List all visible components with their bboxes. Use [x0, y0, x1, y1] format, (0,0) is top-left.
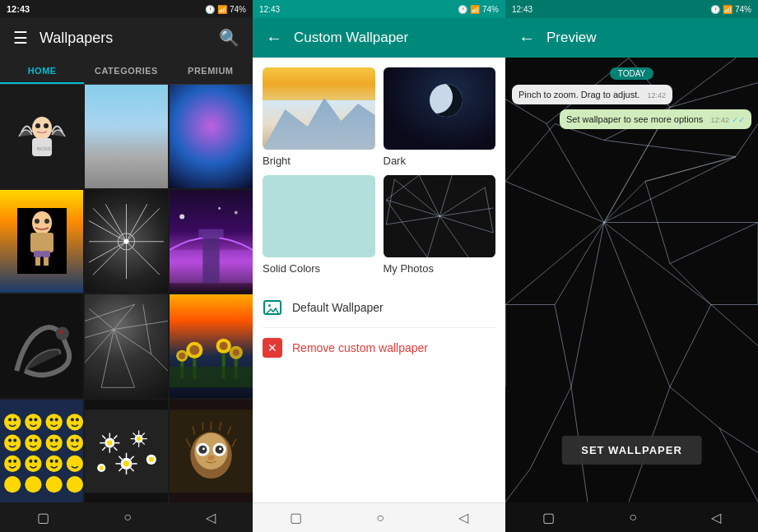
back-button-2[interactable]: ←	[263, 25, 286, 51]
nav-square-2[interactable]: ▢	[290, 510, 302, 525]
svg-point-76	[46, 476, 63, 493]
wallpaper-item-3[interactable]	[170, 85, 253, 188]
svg-point-35	[59, 331, 63, 334]
svg-point-112	[137, 437, 141, 441]
svg-point-89	[34, 438, 37, 442]
battery-icon-2: 74%	[482, 5, 499, 14]
svg-rect-13	[42, 251, 50, 257]
wallpaper-item-6[interactable]	[170, 190, 253, 294]
svg-point-98	[50, 459, 53, 462]
svg-rect-29	[202, 233, 219, 283]
bubble1-text: Pinch to zoom. Drag to adjust.	[519, 90, 639, 99]
svg-point-4	[44, 123, 49, 128]
dark-thumbnail	[384, 67, 496, 150]
tab-categories[interactable]: CATEGORIES	[84, 58, 168, 84]
wallpaper-item-7[interactable]	[0, 294, 83, 398]
search-button[interactable]: 🔍	[216, 25, 243, 51]
tab-premium[interactable]: PREMIUM	[169, 58, 253, 84]
svg-line-38	[114, 321, 168, 329]
my-photos-option[interactable]: My Photos	[384, 175, 496, 275]
svg-point-81	[34, 418, 37, 421]
svg-point-63	[25, 414, 41, 430]
status-icons-1: 🕐 📶 74%	[205, 5, 246, 14]
wallpaper-item-4[interactable]	[0, 190, 83, 294]
remove-wallpaper-item[interactable]: ✕ Remove custom wallpaper	[263, 328, 495, 368]
svg-point-9	[44, 219, 49, 224]
svg-point-55	[179, 353, 185, 359]
tabs: HOME CATEGORIES PREMIUM	[0, 58, 253, 85]
svg-text:BOSS: BOSS	[37, 146, 51, 151]
bright-thumbnail	[263, 67, 375, 150]
svg-point-72	[46, 455, 63, 471]
svg-point-3	[35, 123, 40, 128]
custom-wallpaper-content: Bright Dark Solid Colors	[253, 58, 505, 502]
status-bar-1: 12:43 🕐 📶 74%	[0, 0, 253, 18]
back-button-3[interactable]: ←	[515, 25, 538, 51]
custom-wallpaper-toolbar: ← Custom Wallpaper	[253, 18, 505, 58]
chat-tick: ✓✓	[732, 115, 745, 124]
solid-colors-option[interactable]: Solid Colors	[263, 175, 375, 275]
wallpaper-item-11[interactable]	[85, 400, 168, 503]
wifi-icon: 📶	[217, 5, 227, 14]
svg-point-93	[76, 438, 79, 442]
svg-rect-7	[30, 233, 53, 252]
nav-bar-1: ▢ ○ ◁	[0, 502, 253, 532]
svg-point-74	[4, 476, 21, 493]
status-bar-2: 12:43 🕐 📶 74%	[253, 0, 505, 18]
nav-circle-3[interactable]: ○	[629, 510, 637, 525]
wifi-icon-2: 📶	[470, 5, 480, 14]
svg-point-71	[25, 455, 41, 471]
nav-circle-1[interactable]: ○	[123, 510, 132, 525]
svg-line-23	[127, 204, 147, 241]
dark-option[interactable]: Dark	[384, 67, 496, 167]
svg-point-143	[219, 447, 221, 450]
nav-square-3[interactable]: ▢	[542, 510, 555, 525]
alarm-icon-2: 🕐	[458, 5, 467, 14]
bubble2-text: Set wallpaper to see more options	[566, 114, 703, 124]
svg-point-86	[8, 438, 12, 442]
set-wallpaper-button[interactable]: SET WALLPAPER	[561, 436, 702, 465]
time-3: 12:43	[512, 5, 532, 14]
svg-point-27	[123, 238, 128, 243]
svg-line-43	[85, 330, 114, 338]
svg-point-62	[4, 414, 21, 430]
nav-triangle-2[interactable]: ◁	[458, 510, 468, 525]
my-photos-thumbnail	[384, 175, 496, 257]
wallpaper-item-12[interactable]	[170, 400, 253, 503]
wallpaper-item-5[interactable]	[85, 190, 168, 294]
svg-rect-30	[198, 229, 223, 237]
default-wallpaper-item[interactable]: Default Wallpaper	[263, 288, 495, 328]
nav-triangle-3[interactable]: ◁	[711, 510, 721, 525]
wallpaper-item-10[interactable]	[0, 400, 83, 503]
wallpaper-item-1[interactable]: BOSS	[0, 85, 83, 188]
wallpapers-panel: 12:43 🕐 📶 74% ☰ Wallpapers 🔍 HOME CATEGO…	[0, 0, 253, 532]
bright-option[interactable]: Bright	[263, 67, 375, 167]
wallpaper-item-9[interactable]	[170, 294, 253, 398]
dark-label: Dark	[384, 155, 496, 167]
nav-bar-3: ▢ ○ ◁	[505, 502, 758, 532]
svg-point-66	[4, 434, 21, 451]
svg-line-17	[127, 241, 160, 274]
bubble1-time: 12:42	[647, 91, 666, 99]
svg-point-31	[179, 214, 184, 219]
wallpaper-options-grid: Bright Dark Solid Colors	[263, 67, 495, 275]
menu-button[interactable]: ☰	[10, 25, 31, 51]
nav-square-1[interactable]: ▢	[37, 510, 49, 525]
svg-point-80	[29, 418, 32, 421]
nav-circle-2[interactable]: ○	[376, 511, 384, 525]
svg-point-58	[233, 349, 239, 356]
svg-point-77	[67, 476, 83, 493]
wallpaper-grid: BOSS	[0, 85, 253, 502]
tab-home[interactable]: HOME	[0, 58, 84, 84]
svg-point-87	[13, 438, 16, 442]
svg-rect-12	[34, 251, 42, 257]
svg-line-42	[85, 330, 114, 363]
chat-bubble-1: Pinch to zoom. Drag to adjust. 12:42	[512, 85, 672, 104]
svg-point-70	[4, 455, 21, 471]
svg-point-132	[100, 465, 104, 470]
nav-triangle-1[interactable]: ◁	[206, 510, 216, 525]
wallpaper-item-8[interactable]	[85, 294, 168, 398]
svg-point-73	[67, 455, 83, 471]
svg-point-33	[218, 206, 221, 209]
wallpaper-item-2[interactable]	[85, 85, 168, 188]
